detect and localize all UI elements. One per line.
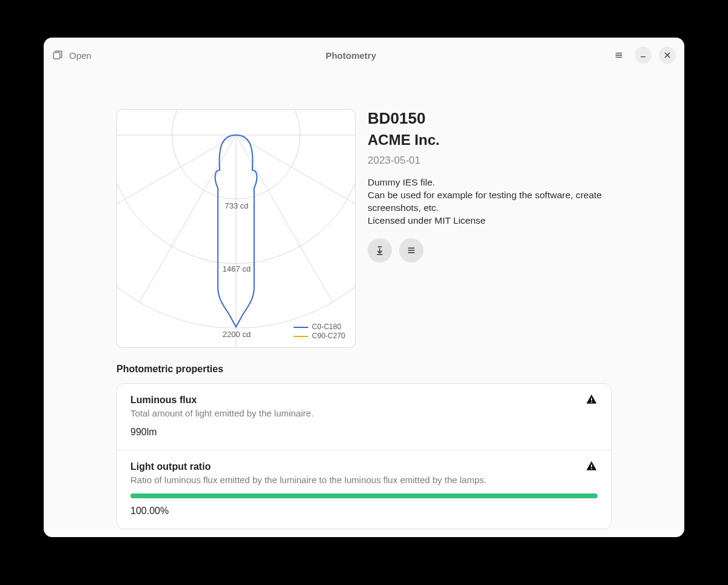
- product-model: BD0150: [368, 109, 612, 128]
- action-row: [368, 238, 612, 262]
- svg-rect-27: [591, 468, 592, 469]
- prop-subtitle: Total amount of light emitted by the lum…: [130, 408, 598, 418]
- property-row-luminous-flux: Luminous flux Total amount of light emit…: [117, 384, 611, 450]
- radial-tick-2: 1467 cd: [223, 264, 251, 273]
- chart-legend: C0-C180 C90-C270: [294, 323, 345, 341]
- app-window: Open Photometry: [44, 38, 684, 537]
- menu-button[interactable]: [610, 47, 627, 64]
- warning-icon: [585, 460, 598, 472]
- svg-line-12: [140, 135, 236, 303]
- open-label: Open: [69, 50, 92, 61]
- legend-swatch-blue: [294, 327, 308, 328]
- section-title-properties: Photometric properties: [116, 364, 612, 375]
- legend-item-c0: C0-C180: [294, 323, 345, 332]
- prop-value: 100.00%: [130, 506, 598, 516]
- polar-diagram: 733 cd 1467 cd 2200 cd C0-C180 C90-C270: [116, 109, 356, 348]
- info-column: BD0150 ACME Inc. 2023-05-01 Dummy IES fi…: [368, 109, 612, 348]
- progress-bar: [130, 493, 598, 498]
- close-button[interactable]: [659, 47, 676, 64]
- legend-label-1: C90-C270: [312, 332, 345, 341]
- product-company: ACME Inc.: [368, 132, 612, 149]
- svg-point-17: [380, 246, 380, 247]
- svg-line-13: [236, 135, 332, 303]
- content-area: 733 cd 1467 cd 2200 cd C0-C180 C90-C270 …: [44, 73, 684, 537]
- svg-rect-25: [591, 401, 592, 403]
- warning-icon: [585, 393, 598, 406]
- window-controls: [610, 47, 676, 64]
- download-button[interactable]: [368, 238, 392, 262]
- menu-icon: [406, 245, 417, 256]
- minimize-button[interactable]: [635, 47, 652, 64]
- product-date: 2023-05-01: [368, 155, 612, 167]
- svg-rect-24: [591, 398, 592, 401]
- legend-swatch-yellow: [294, 336, 308, 337]
- svg-rect-26: [591, 465, 592, 467]
- prop-subtitle: Ratio of luminous flux emitted by the lu…: [130, 475, 598, 485]
- radial-tick-1: 733 cd: [224, 201, 248, 210]
- minimize-icon: [638, 50, 648, 60]
- close-icon: [662, 50, 672, 60]
- radial-tick-3: 2200 cd: [223, 330, 251, 339]
- svg-point-18: [381, 246, 382, 247]
- top-row: 733 cd 1467 cd 2200 cd C0-C180 C90-C270 …: [44, 73, 684, 348]
- prop-value: 990lm: [130, 427, 598, 438]
- open-button[interactable]: Open: [52, 50, 92, 61]
- download-icon: [374, 245, 385, 256]
- svg-rect-0: [53, 53, 60, 59]
- progress-fill: [130, 493, 598, 498]
- more-actions-button[interactable]: [399, 238, 423, 262]
- polar-svg: [117, 110, 355, 347]
- prop-title: Luminous flux: [130, 395, 598, 406]
- product-description: Dummy IES file. Can be used for example …: [368, 176, 612, 227]
- legend-label-0: C0-C180: [312, 323, 341, 332]
- open-file-icon: [52, 50, 63, 61]
- prop-title: Light output ratio: [130, 461, 598, 472]
- properties-card: Luminous flux Total amount of light emit…: [116, 383, 612, 529]
- menu-icon: [614, 50, 624, 60]
- window-title: Photometry: [92, 50, 610, 61]
- svg-point-16: [378, 246, 379, 247]
- property-row-light-output-ratio: Light output ratio Ratio of luminous flu…: [117, 450, 611, 529]
- legend-item-c90: C90-C270: [294, 332, 345, 341]
- titlebar: Open Photometry: [44, 38, 684, 73]
